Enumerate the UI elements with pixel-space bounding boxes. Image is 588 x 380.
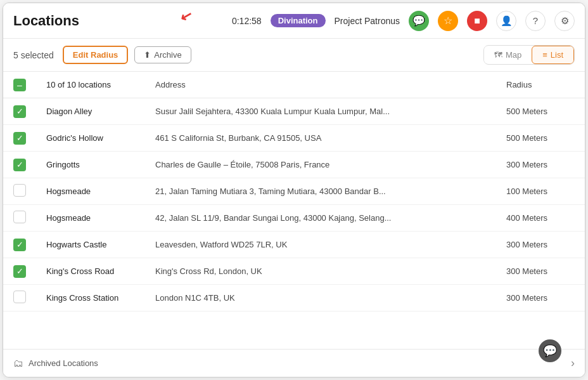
location-radius: 300 Meters <box>496 258 585 285</box>
checkbox-unchecked[interactable] <box>13 184 26 197</box>
list-view-button[interactable]: ≡ List <box>532 46 574 64</box>
header-right: 0:12:58 Divination Project Patronus 💬 ☆ … <box>232 11 575 31</box>
star-icon-button[interactable]: ☆ <box>438 11 458 31</box>
location-name: Hogwarts Castle <box>36 232 150 258</box>
col-header-address: Address <box>150 72 496 98</box>
checkbox-checked[interactable]: ✓ <box>13 105 26 118</box>
help-icon-button[interactable]: ? <box>525 11 546 31</box>
row-checkbox-cell[interactable]: ✓ <box>3 258 36 285</box>
checkbox-checked[interactable]: ✓ <box>13 132 26 145</box>
col-header-radius: Radius <box>496 72 585 98</box>
row-checkbox-cell[interactable] <box>3 285 36 311</box>
location-address: 42, Jalan SL 11/9, Bandar Sungai Long, 4… <box>150 205 496 232</box>
table-row: ✓King's Cross RoadKing's Cross Rd, Londo… <box>3 258 585 285</box>
row-checkbox-cell[interactable]: ✓ <box>3 232 36 258</box>
checkbox-unchecked[interactable] <box>13 211 26 223</box>
archive-icon: ⬆ <box>144 50 151 60</box>
location-address: Charles de Gaulle – Étoile, 75008 Paris,… <box>150 152 496 178</box>
chat-bubble-button[interactable]: 💬 <box>539 339 561 362</box>
row-checkbox-cell[interactable]: ✓ <box>3 152 36 178</box>
location-radius: 300 Meters <box>496 285 585 311</box>
archived-locations-icon: 🗂 <box>13 358 23 369</box>
map-icon: 🗺 <box>494 50 502 60</box>
location-address: Leavesden, Watford WD25 7LR, UK <box>150 232 496 258</box>
location-radius: 300 Meters <box>496 232 585 258</box>
footer: 🗂 Archived Locations › <box>3 349 585 377</box>
location-radius: 500 Meters <box>496 125 585 152</box>
row-checkbox-cell[interactable] <box>3 178 36 205</box>
settings-icon-button[interactable]: ⚙ <box>554 11 575 31</box>
location-address: 21, Jalan Taming Mutiara 3, Taming Mutia… <box>150 178 496 205</box>
table-row: ✓Godric's Hollow461 S California St, Bur… <box>3 125 585 152</box>
list-icon: ≡ <box>542 50 547 60</box>
checkbox-unchecked[interactable] <box>13 291 26 303</box>
table-header-row: – 10 of 10 locations Address Radius <box>3 72 585 98</box>
checkbox-checked[interactable]: ✓ <box>13 239 26 251</box>
header-checkbox-cell[interactable]: – <box>3 72 36 98</box>
location-radius: 100 Meters <box>496 178 585 205</box>
table-row: Kings Cross StationLondon N1C 4TB, UK300… <box>3 285 585 311</box>
location-name: Hogsmeade <box>36 205 150 232</box>
location-name: Gringotts <box>36 152 150 178</box>
table-row: Hogsmeade21, Jalan Taming Mutiara 3, Tam… <box>3 178 585 205</box>
location-radius: 300 Meters <box>496 152 585 178</box>
row-checkbox-cell[interactable] <box>3 205 36 232</box>
location-name: Kings Cross Station <box>36 285 150 311</box>
table-row: ✓GringottsCharles de Gaulle – Étoile, 75… <box>3 152 585 178</box>
header: Locations ↙ 0:12:58 Divination Project P… <box>3 3 585 39</box>
arrow-indicator: ↙ <box>179 7 194 26</box>
edit-radius-button[interactable]: Edit Radius <box>63 46 129 64</box>
message-icon-button[interactable]: 💬 <box>409 11 429 31</box>
location-address: King's Cross Rd, London, UK <box>150 258 496 285</box>
table-row: Hogsmeade42, Jalan SL 11/9, Bandar Sunga… <box>3 205 585 232</box>
checkbox-checked[interactable]: ✓ <box>13 159 26 171</box>
col-header-summary: 10 of 10 locations <box>36 72 150 98</box>
location-address: Susur Jalil Sejahtera, 43300 Kuala Lumpu… <box>150 98 496 125</box>
selected-count: 5 selected <box>13 50 54 60</box>
location-radius: 500 Meters <box>496 98 585 125</box>
page-title: Locations <box>13 13 79 29</box>
toolbar: 5 selected Edit Radius ⬆ Archive 🗺 Map ≡… <box>3 39 585 72</box>
locations-table: – 10 of 10 locations Address Radius ✓Dia… <box>3 72 585 311</box>
stop-icon-button[interactable]: ■ <box>467 11 487 31</box>
archive-button[interactable]: ⬆ Archive <box>134 46 191 63</box>
locations-table-wrapper: – 10 of 10 locations Address Radius ✓Dia… <box>3 72 585 349</box>
location-address: 461 S California St, Burbank, CA 91505, … <box>150 125 496 152</box>
location-name: Godric's Hollow <box>36 125 150 152</box>
location-name: Hogsmeade <box>36 178 150 205</box>
view-toggle: 🗺 Map ≡ List <box>483 45 575 65</box>
location-address: London N1C 4TB, UK <box>150 285 496 311</box>
divination-badge: Divination <box>271 14 326 27</box>
footer-chevron-icon: › <box>571 357 575 370</box>
location-name: Diagon Alley <box>36 98 150 125</box>
table-row: ✓Diagon AlleySusur Jalil Sejahtera, 4330… <box>3 98 585 125</box>
table-row: ✓Hogwarts CastleLeavesden, Watford WD25 … <box>3 232 585 258</box>
map-view-button[interactable]: 🗺 Map <box>484 46 532 63</box>
table-body: ✓Diagon AlleySusur Jalil Sejahtera, 4330… <box>3 98 585 311</box>
main-window: Locations ↙ 0:12:58 Divination Project P… <box>3 3 585 377</box>
timer-display: 0:12:58 <box>232 16 262 26</box>
user-icon-button[interactable]: 👤 <box>496 11 516 31</box>
archived-locations-link[interactable]: Archived Locations <box>29 358 98 368</box>
row-checkbox-cell[interactable]: ✓ <box>3 98 36 125</box>
project-name: Project Patronus <box>335 16 400 26</box>
row-checkbox-cell[interactable]: ✓ <box>3 125 36 152</box>
location-name: King's Cross Road <box>36 258 150 285</box>
location-radius: 400 Meters <box>496 205 585 232</box>
checkbox-checked[interactable]: ✓ <box>13 265 26 278</box>
select-all-checkbox[interactable]: – <box>13 79 26 91</box>
